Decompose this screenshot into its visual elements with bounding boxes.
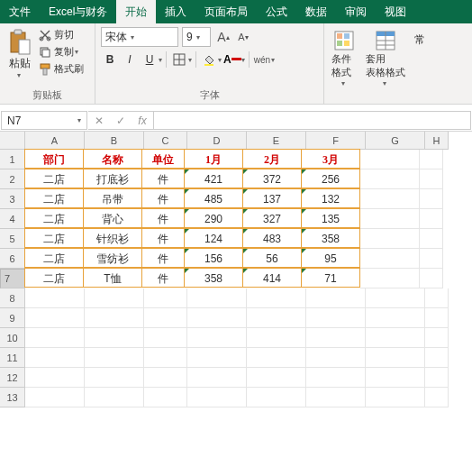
cell-H3[interactable] [420, 189, 443, 209]
row-header-6[interactable]: 6 [0, 249, 25, 269]
font-size-select[interactable]: 9▾ [182, 27, 211, 47]
cell-H6[interactable] [420, 249, 443, 269]
tab-formula[interactable]: 公式 [257, 0, 296, 23]
tab-data[interactable]: 数据 [296, 0, 336, 23]
cell-B1[interactable]: 名称 [83, 149, 142, 169]
tab-review[interactable]: 审阅 [336, 0, 376, 23]
increase-font-button[interactable]: A▴ [214, 28, 232, 46]
tab-layout[interactable]: 页面布局 [195, 0, 257, 23]
fx-button[interactable]: fx [132, 114, 153, 127]
cell-F1[interactable]: 3月 [301, 149, 360, 169]
cell-G6[interactable] [360, 249, 420, 269]
cell-C3[interactable]: 件 [141, 188, 185, 208]
cell-D9[interactable] [187, 308, 247, 328]
cell-E7[interactable]: 414 [242, 268, 302, 288]
cut-button[interactable]: 剪切 [38, 27, 85, 42]
cell-B11[interactable] [85, 348, 144, 368]
font-color-button[interactable]: A [223, 50, 241, 69]
row-header-3[interactable]: 3 [0, 189, 25, 209]
cell-C2[interactable]: 件 [141, 169, 185, 188]
cell-A1[interactable]: 部门 [24, 149, 84, 169]
cell-D7[interactable]: 358 [184, 268, 243, 288]
row-header-10[interactable]: 10 [0, 328, 25, 348]
cell-A4[interactable]: 二店 [24, 208, 84, 228]
cell-C6[interactable]: 件 [141, 248, 185, 268]
col-header-A[interactable]: A [25, 132, 85, 150]
row-header-11[interactable]: 11 [0, 348, 25, 368]
cell-C1[interactable]: 单位 [141, 149, 185, 169]
row-header-5[interactable]: 5 [0, 229, 25, 249]
cell-H12[interactable] [425, 368, 449, 388]
cell-C12[interactable] [144, 368, 187, 388]
cell-F8[interactable] [306, 288, 366, 308]
fill-color-button[interactable] [200, 50, 218, 69]
cell-D11[interactable] [187, 348, 247, 368]
cell-G8[interactable] [366, 288, 425, 308]
conditional-format-button[interactable]: 条件格式▾ [330, 27, 359, 89]
row-header-7[interactable]: 7 [0, 269, 25, 288]
cell-G10[interactable] [366, 328, 425, 348]
cell-C10[interactable] [144, 328, 187, 348]
cell-F13[interactable] [306, 388, 366, 407]
cell-D2[interactable]: 421 [184, 169, 243, 188]
cell-B2[interactable]: 打底衫 [83, 169, 142, 188]
row-header-4[interactable]: 4 [0, 209, 25, 229]
name-box[interactable]: N7▾ [1, 111, 87, 130]
cell-C13[interactable] [144, 388, 187, 407]
cell-A11[interactable] [25, 348, 85, 368]
col-header-E[interactable]: E [247, 132, 306, 150]
cell-B12[interactable] [85, 368, 144, 388]
col-header-B[interactable]: B [85, 132, 144, 150]
cell-H11[interactable] [425, 348, 449, 368]
cell-B7[interactable]: T恤 [83, 268, 142, 288]
cell-G11[interactable] [366, 348, 425, 368]
cell-A12[interactable] [25, 368, 85, 388]
cell-B6[interactable]: 雪纺衫 [83, 248, 142, 268]
cell-F10[interactable] [306, 328, 366, 348]
format-painter-button[interactable]: 格式刷 [38, 61, 85, 77]
font-name-select[interactable]: 宋体▾ [101, 27, 178, 47]
cell-H1[interactable] [420, 150, 443, 169]
col-header-D[interactable]: D [187, 132, 247, 150]
cell-F2[interactable]: 256 [301, 169, 360, 188]
accept-formula-button[interactable]: ✓ [110, 114, 132, 127]
cell-H2[interactable] [420, 169, 443, 189]
cell-D13[interactable] [187, 388, 247, 407]
border-button[interactable] [170, 50, 188, 69]
tab-custom[interactable]: Excel与财务 [40, 0, 116, 23]
row-header-13[interactable]: 13 [0, 388, 25, 407]
cell-D4[interactable]: 290 [184, 208, 243, 228]
cell-H10[interactable] [425, 328, 449, 348]
cell-B8[interactable] [85, 288, 144, 308]
cell-E10[interactable] [247, 328, 306, 348]
cell-A13[interactable] [25, 388, 85, 407]
underline-button[interactable]: U [141, 53, 159, 66]
cell-H8[interactable] [425, 288, 449, 308]
cell-H13[interactable] [425, 388, 449, 407]
cell-G12[interactable] [366, 368, 425, 388]
cell-E9[interactable] [247, 308, 306, 328]
cell-E4[interactable]: 327 [242, 208, 302, 228]
cell-G13[interactable] [366, 388, 425, 407]
cell-E3[interactable]: 137 [242, 188, 302, 208]
cell-A7[interactable]: 二店 [24, 268, 84, 288]
cell-B3[interactable]: 吊带 [83, 188, 142, 208]
tab-insert[interactable]: 插入 [156, 0, 195, 23]
cell-G3[interactable] [360, 189, 420, 209]
cell-A10[interactable] [25, 328, 85, 348]
row-header-8[interactable]: 8 [0, 288, 25, 308]
cell-E1[interactable]: 2月 [242, 149, 302, 169]
cell-D3[interactable]: 485 [184, 188, 243, 208]
col-header-C[interactable]: C [144, 132, 187, 150]
cell-G2[interactable] [360, 169, 420, 189]
cell-G1[interactable] [360, 150, 420, 169]
italic-button[interactable]: I [121, 53, 139, 66]
cell-B4[interactable]: 背心 [83, 208, 142, 228]
cell-C11[interactable] [144, 348, 187, 368]
cell-H9[interactable] [425, 308, 449, 328]
row-header-1[interactable]: 1 [0, 150, 25, 169]
cell-E6[interactable]: 56 [242, 248, 302, 268]
paste-button[interactable]: 粘贴 ▾ [5, 27, 34, 81]
cell-E12[interactable] [247, 368, 306, 388]
decrease-font-button[interactable]: A▾ [234, 28, 252, 46]
